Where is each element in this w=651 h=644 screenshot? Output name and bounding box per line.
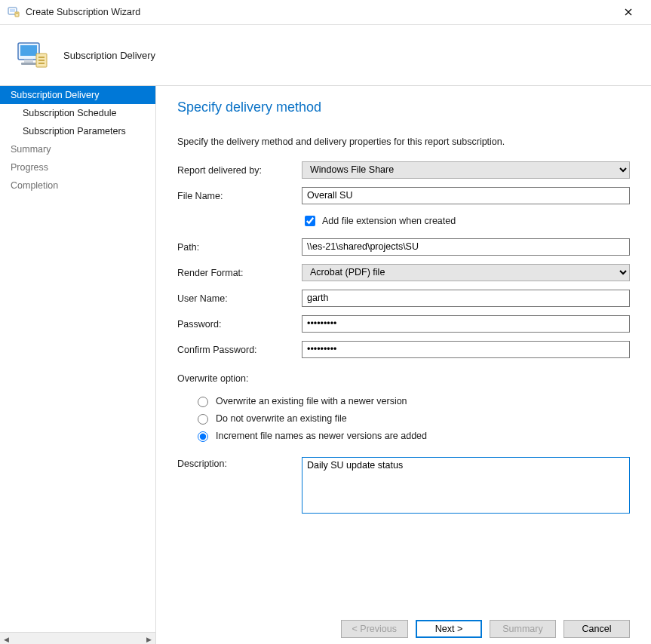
sidebar-item-label: Subscription Delivery <box>11 90 99 100</box>
svg-rect-2 <box>15 12 19 17</box>
app-icon <box>8 6 20 18</box>
label-render-format: Render Format: <box>177 266 302 278</box>
overwrite-radio-group: Overwrite an existing file with a newer … <box>177 390 630 446</box>
file-name-input[interactable] <box>302 187 630 204</box>
user-name-input[interactable] <box>302 290 630 307</box>
label-path: Path: <box>177 241 302 253</box>
sidebar-item-summary[interactable]: Summary <box>0 140 155 158</box>
previous-button[interactable]: < Previous <box>341 620 408 638</box>
sidebar-item-subscription-schedule[interactable]: Subscription Schedule <box>0 104 155 122</box>
summary-button[interactable]: Summary <box>490 620 556 638</box>
sidebar-item-subscription-delivery[interactable]: Subscription Delivery <box>0 86 155 104</box>
overwrite-radio-none-label: Do not overwrite an existing file <box>216 413 347 424</box>
sidebar-item-label: Progress <box>11 162 48 173</box>
scroll-right-icon[interactable]: ▶ <box>143 633 155 644</box>
svg-rect-9 <box>38 57 45 58</box>
sidebar-item-label: Subscription Parameters <box>23 126 126 136</box>
render-format-select[interactable]: Acrobat (PDF) file <box>302 264 630 281</box>
sidebar-item-label: Subscription Schedule <box>23 108 116 118</box>
label-file-name: File Name: <box>177 189 302 201</box>
wizard-sidebar: Subscription Delivery Subscription Sched… <box>0 86 156 644</box>
wizard-header: Subscription Delivery <box>0 25 651 85</box>
sidebar-item-label: Completion <box>11 180 58 191</box>
wizard-button-bar: < Previous Next > Summary Cancel <box>177 606 630 638</box>
overwrite-radio-none[interactable] <box>198 414 208 425</box>
wizard-step-list: Subscription Delivery Subscription Sched… <box>0 86 155 632</box>
svg-rect-10 <box>38 60 45 61</box>
label-delivered-by: Report delivered by: <box>177 164 302 176</box>
sidebar-item-completion[interactable]: Completion <box>0 176 155 195</box>
label-confirm-password: Confirm Password: <box>177 343 302 355</box>
close-button[interactable] <box>613 0 643 24</box>
sidebar-horizontal-scrollbar[interactable]: ◀ ▶ <box>0 632 155 644</box>
svg-rect-6 <box>24 60 33 63</box>
scroll-track[interactable] <box>13 633 143 644</box>
add-extension-checkbox[interactable] <box>305 216 315 226</box>
password-input[interactable] <box>302 315 630 333</box>
svg-rect-3 <box>16 13 18 14</box>
sidebar-item-subscription-parameters[interactable]: Subscription Parameters <box>0 122 155 140</box>
label-description: Description: <box>177 457 302 469</box>
page-title: Specify delivery method <box>177 100 630 115</box>
wizard-header-icon <box>14 37 50 73</box>
scroll-left-icon[interactable]: ◀ <box>0 633 13 644</box>
svg-rect-11 <box>38 63 45 64</box>
confirm-password-input[interactable] <box>302 341 630 358</box>
description-textarea[interactable] <box>302 457 630 514</box>
svg-rect-5 <box>20 45 37 56</box>
overwrite-radio-increment[interactable] <box>198 431 208 442</box>
next-button[interactable]: Next > <box>416 620 482 638</box>
overwrite-radio-replace-label: Overwrite an existing file with a newer … <box>216 396 407 406</box>
wizard-content: Specify delivery method Specify the deli… <box>156 86 651 644</box>
cancel-button[interactable]: Cancel <box>563 620 630 638</box>
wizard-body: Subscription Delivery Subscription Sched… <box>0 85 651 644</box>
delivered-by-select[interactable]: Windows File Share <box>302 161 630 179</box>
sidebar-item-progress[interactable]: Progress <box>0 158 155 176</box>
window-title: Create Subscription Wizard <box>26 7 613 17</box>
wizard-header-title: Subscription Delivery <box>63 50 155 61</box>
svg-rect-7 <box>21 63 36 65</box>
label-user-name: User Name: <box>177 292 302 304</box>
page-subtitle: Specify the delivery method and delivery… <box>177 136 630 147</box>
title-bar: Create Subscription Wizard <box>0 0 651 25</box>
overwrite-radio-replace[interactable] <box>198 397 208 407</box>
label-overwrite-option: Overwrite option: <box>177 373 630 384</box>
svg-rect-1 <box>10 9 15 12</box>
overwrite-radio-increment-label: Increment file names as newer versions a… <box>216 431 427 441</box>
sidebar-item-label: Summary <box>11 144 51 155</box>
add-extension-label: Add file extension when created <box>322 216 456 226</box>
path-input[interactable] <box>302 238 630 256</box>
label-password: Password: <box>177 317 302 330</box>
